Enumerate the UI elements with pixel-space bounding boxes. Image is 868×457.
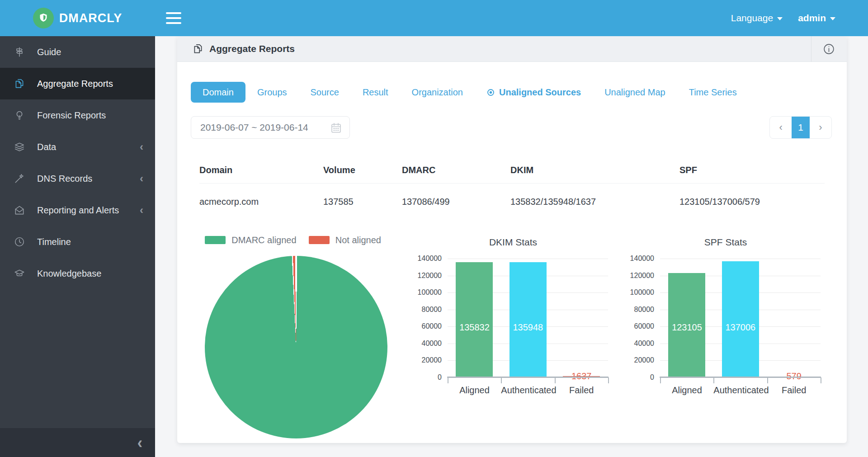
tab-label: Result bbox=[363, 87, 388, 98]
lightbulb-icon bbox=[14, 109, 25, 121]
x-axis-label: Authenticated bbox=[501, 385, 555, 396]
pagination-prev-button[interactable]: ‹ bbox=[770, 117, 792, 138]
tab-domain[interactable]: Domain bbox=[191, 82, 245, 103]
bar-authenticated bbox=[509, 262, 547, 377]
x-axis bbox=[660, 377, 821, 378]
gridline bbox=[448, 259, 608, 259]
x-axis bbox=[447, 377, 609, 378]
sidebar-collapse-icon[interactable]: ‹ bbox=[137, 434, 142, 451]
axis-tick bbox=[501, 377, 502, 383]
top-bar: DMARCLY Language admin bbox=[0, 0, 868, 36]
shield-logo-icon bbox=[33, 8, 54, 28]
pagination-page-1[interactable]: 1 bbox=[792, 117, 809, 138]
column-header-volume: Volume bbox=[323, 165, 402, 175]
date-range-value: 2019-06-07 ~ 2019-06-14 bbox=[200, 122, 330, 133]
sidebar-item-label: Reporting and Alerts bbox=[37, 205, 140, 216]
sidebar-footer: ‹ bbox=[0, 428, 155, 457]
chevron-left-icon: ‹ bbox=[140, 205, 143, 216]
y-axis-label: 100000 bbox=[628, 288, 654, 297]
y-axis-label: 60000 bbox=[628, 322, 654, 330]
dmarc-alignment-pie bbox=[205, 256, 387, 438]
axis-tick bbox=[448, 377, 448, 383]
y-axis-label: 40000 bbox=[628, 339, 654, 348]
y-axis-label: 0 bbox=[416, 373, 442, 382]
tab-unaligned-sources[interactable]: Unaligned Sources bbox=[475, 82, 593, 103]
axis-tick bbox=[555, 377, 556, 383]
caret-down-icon bbox=[777, 17, 783, 20]
brand-logo[interactable]: DMARCLY bbox=[0, 0, 155, 36]
sidebar-item-aggregate-reports[interactable]: Aggregate Reports bbox=[0, 68, 155, 99]
spf-stats-chart: SPF Stats1400001200001000008000060000400… bbox=[628, 226, 823, 407]
bar-authenticated bbox=[722, 261, 759, 377]
sidebar-item-label: Timeline bbox=[37, 237, 143, 247]
axis-tick bbox=[767, 377, 768, 383]
report-table: DomainVolumeDMARCDKIMSPFacmecorp.com1375… bbox=[199, 157, 825, 220]
tab-result[interactable]: Result bbox=[351, 82, 400, 103]
chart-title: DKIM Stats bbox=[416, 237, 610, 248]
language-menu[interactable]: Language bbox=[731, 13, 783, 24]
report-tabs: DomainGroupsSourceResultOrganizationUnal… bbox=[191, 82, 749, 103]
y-axis-label: 20000 bbox=[628, 356, 654, 364]
legend-label: Not aligned bbox=[335, 235, 381, 245]
aggregate-reports-panel: Aggregate Reports DomainGroupsSourceResu… bbox=[177, 36, 847, 443]
signpost-icon bbox=[14, 46, 25, 58]
x-axis-label: Aligned bbox=[660, 385, 714, 396]
graduation-cap-icon bbox=[14, 268, 25, 279]
pagination: ‹ 1 › bbox=[769, 116, 832, 139]
table-cell: 137585 bbox=[323, 197, 402, 207]
caret-down-icon bbox=[830, 17, 835, 20]
tab-groups[interactable]: Groups bbox=[245, 82, 299, 103]
tab-organization[interactable]: Organization bbox=[400, 82, 475, 103]
sidebar-item-label: Forensic Reports bbox=[37, 110, 143, 121]
tab-unaligned-map[interactable]: Unaligned Map bbox=[593, 82, 677, 103]
tab-label: Unaligned Sources bbox=[499, 87, 581, 98]
table-header-row: DomainVolumeDMARCDKIMSPF bbox=[199, 157, 825, 184]
y-axis-label: 100000 bbox=[416, 288, 442, 297]
user-menu-label: admin bbox=[798, 13, 826, 24]
sidebar-item-label: Guide bbox=[37, 47, 143, 57]
tab-label: Organization bbox=[412, 87, 463, 98]
x-axis-label: Aligned bbox=[448, 385, 501, 396]
mail-icon bbox=[14, 204, 25, 216]
info-icon[interactable] bbox=[823, 43, 835, 55]
x-axis-label: Failed bbox=[767, 385, 821, 396]
bar-value-label: 135948 bbox=[501, 322, 555, 333]
axis-tick bbox=[660, 377, 661, 383]
axis-tick bbox=[821, 377, 821, 383]
y-axis-label: 120000 bbox=[416, 272, 442, 280]
sidebar-item-label: Aggregate Reports bbox=[37, 79, 143, 89]
table-cell: 137086/499 bbox=[402, 197, 510, 207]
chart-title: SPF Stats bbox=[628, 237, 823, 248]
tab-label: Time Series bbox=[689, 87, 737, 98]
y-axis-label: 40000 bbox=[416, 339, 442, 348]
sidebar-item-knowledgebase[interactable]: Knowledgebase bbox=[0, 258, 155, 289]
axis-tick bbox=[713, 377, 714, 383]
y-axis-label: 80000 bbox=[416, 306, 442, 314]
tab-label: Groups bbox=[257, 87, 287, 98]
sidebar-item-data[interactable]: Data‹ bbox=[0, 131, 155, 163]
sidebar-item-forensic-reports[interactable]: Forensic Reports bbox=[0, 99, 155, 131]
hamburger-menu-icon[interactable] bbox=[166, 12, 181, 24]
column-header-dmarc: DMARC bbox=[402, 165, 510, 175]
bar-value-label: 123105 bbox=[660, 322, 714, 333]
sidebar: GuideAggregate ReportsForensic ReportsDa… bbox=[0, 36, 155, 457]
date-range-picker[interactable]: 2019-06-07 ~ 2019-06-14 bbox=[191, 116, 350, 139]
table-cell: 135832/135948/1637 bbox=[510, 197, 679, 207]
pagination-next-button[interactable]: › bbox=[810, 117, 831, 138]
y-axis-label: 60000 bbox=[416, 322, 442, 330]
pie-legend: DMARC alignedNot aligned bbox=[205, 235, 387, 245]
y-axis-label: 120000 bbox=[628, 272, 654, 280]
y-axis-label: 140000 bbox=[416, 254, 442, 263]
sidebar-item-guide[interactable]: Guide bbox=[0, 36, 155, 68]
user-menu[interactable]: admin bbox=[798, 13, 835, 24]
tab-label: Domain bbox=[203, 87, 234, 98]
y-axis-label: 0 bbox=[628, 373, 654, 382]
tab-time-series[interactable]: Time Series bbox=[677, 82, 749, 103]
table-cell: 123105/137006/579 bbox=[679, 197, 825, 207]
sidebar-item-label: Knowledgebase bbox=[37, 269, 143, 279]
sidebar-item-dns-records[interactable]: DNS Records‹ bbox=[0, 163, 155, 194]
y-axis-label: 140000 bbox=[628, 254, 654, 263]
sidebar-item-timeline[interactable]: Timeline bbox=[0, 226, 155, 258]
tab-source[interactable]: Source bbox=[299, 82, 351, 103]
sidebar-item-reporting-and-alerts[interactable]: Reporting and Alerts‹ bbox=[0, 194, 155, 226]
